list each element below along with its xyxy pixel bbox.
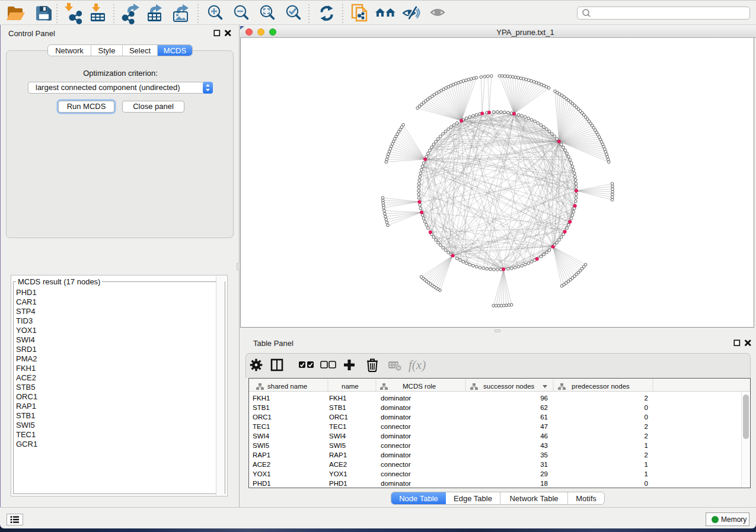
svg-text:shared name: shared name [267,383,307,390]
svg-text:MCDS role: MCDS role [403,383,436,390]
svg-text:successor nodes: successor nodes [483,383,535,390]
svg-text:f(x): f(x) [409,358,426,372]
svg-text:name: name [342,383,359,390]
svg-text:predecessor nodes: predecessor nodes [572,383,630,390]
